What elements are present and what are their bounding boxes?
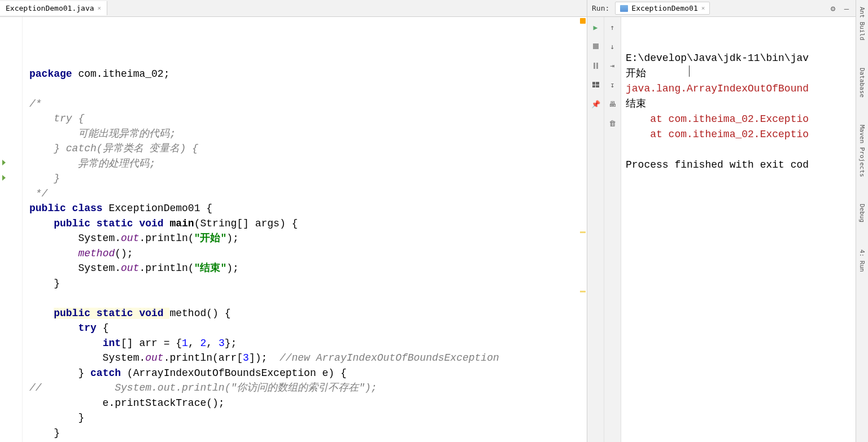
tab-label: ExceptionDemo01.java [6, 4, 94, 12]
layout-icon[interactable] [590, 79, 601, 90]
close-icon[interactable]: × [701, 5, 705, 12]
pause-icon[interactable] [590, 60, 601, 71]
editor-tab[interactable]: ExceptionDemo01.java × [0, 1, 107, 15]
editor-gutter[interactable] [0, 17, 23, 442]
code-line: } [29, 410, 580, 426]
code-line: } [29, 426, 580, 441]
code-line [29, 81, 580, 97]
run-label: Run: [592, 4, 609, 12]
code-line: try { [29, 111, 580, 126]
console-line: E:\develop\Java\jdk-11\bin\jav [626, 51, 851, 66]
run-gutter-icon[interactable] [2, 175, 6, 181]
code-area: package com.itheima_02; /* try { 可能出现异常的… [0, 17, 587, 442]
code-line: */ [29, 186, 580, 202]
clear-icon[interactable]: 🗑 [607, 117, 618, 129]
code-line: } [29, 276, 580, 291]
code-line: } [29, 171, 580, 186]
code-line: System.out.println("结束"); [29, 261, 580, 276]
sidebar-item-run[interactable]: 4: Run [857, 247, 867, 274]
code-line: } catch(异常类名 变量名) { [29, 141, 580, 156]
minimize-icon[interactable]: — [842, 4, 851, 13]
up-arrow-icon[interactable]: ↑ [607, 21, 618, 33]
console-line [626, 142, 851, 157]
code-line: public class ExceptionDemo01 { [29, 201, 580, 216]
right-tool-sidebar: Ant Build Database Maven Projects Debug … [856, 0, 868, 442]
code-line: } catch (ArrayIndexOutOfBoundsException … [29, 366, 580, 381]
code-line: public static void method() { [29, 306, 580, 321]
sidebar-item-ant-build[interactable]: Ant Build [857, 5, 867, 43]
scroll-to-end-icon[interactable]: ↧ [607, 79, 618, 90]
code-line: System.out.println(arr[3]); //new ArrayI… [29, 351, 580, 366]
code-line: 异常的处理代码; [29, 156, 580, 172]
run-pane: Run: ExceptionDemo01 × ⚙ — ▶ 📌 ↑ ↓ [587, 0, 856, 442]
sidebar-item-database[interactable]: Database [857, 65, 867, 100]
code-line: e.printStackTrace(); [29, 396, 580, 411]
code-content[interactable]: package com.itheima_02; /* try { 可能出现异常的… [23, 17, 587, 442]
console-line: Process finished with exit cod [626, 157, 851, 173]
editor-tab-bar: ExceptionDemo01.java × [0, 0, 587, 17]
run-gutter-icon[interactable] [2, 160, 6, 165]
code-line: method(); [29, 246, 580, 261]
code-line: package com.itheima_02; [29, 67, 580, 82]
console-line: 结束 [626, 97, 851, 112]
print-icon[interactable]: 🖶 [607, 98, 618, 110]
soft-wrap-icon[interactable]: ⇥ [607, 60, 618, 71]
console-line: at com.itheima_02.Exceptio [626, 112, 851, 127]
code-line: 可能出现异常的代码; [29, 126, 580, 142]
code-line [29, 291, 580, 306]
application-icon [620, 5, 628, 12]
console-output[interactable]: E:\develop\Java\jdk-11\bin\jav开始java.lan… [621, 17, 856, 442]
console-line: java.lang.ArrayIndexOutOfBound [626, 81, 851, 97]
close-icon[interactable]: × [98, 5, 102, 12]
run-toolbar-secondary: ↑ ↓ ⇥ ↧ 🖶 🗑 [604, 17, 621, 442]
marker-icon[interactable] [580, 291, 586, 292]
editor-pane: ExceptionDemo01.java × package com.ithei… [0, 0, 587, 442]
code-line: // System.out.println("你访问的数组的索引不存在"); [29, 380, 580, 396]
down-arrow-icon[interactable]: ↓ [607, 41, 618, 52]
pin-icon[interactable]: 📌 [590, 98, 601, 110]
run-config-tab[interactable]: ExceptionDemo01 × [615, 2, 710, 15]
code-line: public static void main(String[] args) { [29, 216, 580, 231]
code-line: /* [29, 97, 580, 112]
text-cursor [689, 65, 690, 77]
gear-icon[interactable]: ⚙ [828, 4, 838, 13]
warning-indicator-icon[interactable] [580, 18, 586, 24]
rerun-icon[interactable]: ▶ [590, 21, 601, 33]
marker-icon[interactable] [580, 231, 586, 233]
sidebar-item-maven[interactable]: Maven Projects [857, 122, 867, 180]
console-line: at com.itheima_02.Exceptio [626, 127, 851, 142]
sidebar-item-debug[interactable]: Debug [857, 202, 867, 225]
run-tab-label: ExceptionDemo01 [631, 4, 697, 12]
console-line: 开始 [626, 66, 851, 81]
stop-icon[interactable] [590, 41, 601, 52]
run-toolbar-primary: ▶ 📌 [587, 17, 604, 442]
code-line: int[] arr = {1, 2, 3}; [29, 336, 580, 351]
code-line: System.out.println("开始"); [29, 231, 580, 246]
code-line: try { [29, 321, 580, 336]
run-header: Run: ExceptionDemo01 × ⚙ — [587, 0, 856, 17]
